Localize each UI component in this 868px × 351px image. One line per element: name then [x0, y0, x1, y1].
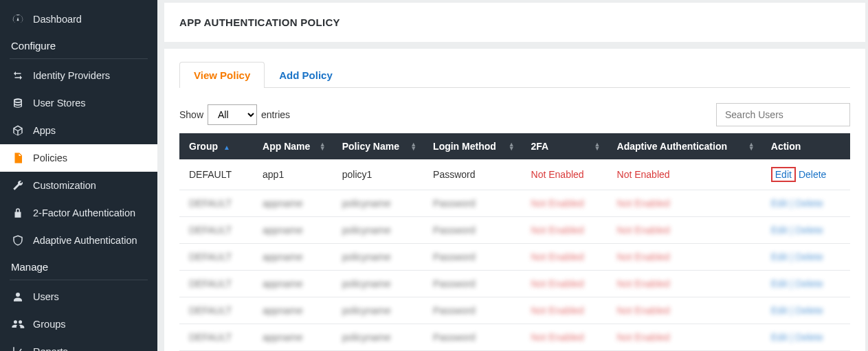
table-toolbar: Show All entries: [179, 103, 850, 126]
sort-arrows-icon: ▲▼: [320, 142, 326, 150]
entries-label: entries: [261, 109, 290, 120]
sort-arrows-icon: ▲▼: [410, 142, 416, 150]
tabs: View PolicyAdd Policy: [179, 61, 850, 88]
entries-select[interactable]: All: [208, 104, 257, 125]
sort-asc-icon: ▲: [223, 144, 230, 151]
page-header-block: APP AUTHENTICATION POLICY: [164, 3, 865, 42]
sidebar-item-user-stores[interactable]: User Stores: [0, 89, 157, 117]
cell-adaptive_auth: Not Enabled: [608, 159, 761, 190]
column-login_method[interactable]: Login Method▲▼: [423, 133, 521, 159]
sidebar-item-label: Policies: [33, 152, 67, 163]
column-app_name[interactable]: App Name▲▼: [253, 133, 333, 159]
wrench-icon: [11, 179, 25, 192]
sidebar-item-label: Identity Providers: [33, 70, 110, 81]
table-row-blurred: DEFAULTappnamepolicynamePasswordNot Enab…: [179, 324, 850, 351]
table-row: DEFAULTapp1policy1PasswordNot EnabledNot…: [179, 159, 850, 190]
database-icon: [11, 96, 25, 110]
table-row-blurred: DEFAULTappnamepolicynamePasswordNot Enab…: [179, 271, 850, 297]
sidebar-item-label: Users: [33, 291, 59, 302]
policies-table: Group▲App Name▲▼Policy Name▲▼Login Metho…: [179, 133, 850, 351]
cell-login_method: Password: [423, 159, 521, 190]
sidebar-item-label: 2-Factor Authentication: [33, 207, 135, 218]
cell-action: EditDelete: [761, 159, 850, 190]
cell-policy_name: policy1: [333, 159, 423, 190]
cell-app_name: app1: [253, 159, 333, 190]
column-policy_name[interactable]: Policy Name▲▼: [333, 133, 423, 159]
table-row-blurred: DEFAULTappnamepolicynamePasswordNot Enab…: [179, 217, 850, 244]
sidebar-item-groups[interactable]: Groups: [0, 310, 157, 338]
lock-icon: [11, 206, 25, 220]
sidebar-item-label: Apps: [33, 125, 56, 136]
sidebar-item-label: Groups: [33, 319, 66, 330]
sort-arrows-icon: ▲▼: [509, 142, 515, 150]
shield-icon: [11, 234, 25, 247]
sidebar-item-2-factor-authentication[interactable]: 2-Factor Authentication: [0, 199, 157, 227]
column-group[interactable]: Group▲: [179, 133, 253, 159]
sort-arrows-icon: ▲▼: [594, 142, 601, 150]
sidebar-section-header: Configure: [0, 33, 157, 57]
user-icon: [11, 290, 25, 304]
sidebar-item-label: Adaptive Authentication: [33, 235, 137, 246]
sidebar-item-users[interactable]: Users: [0, 283, 157, 310]
dashboard-icon: [11, 12, 25, 26]
sidebar-item-customization[interactable]: Customization: [0, 172, 157, 199]
sidebar-item-apps[interactable]: Apps: [0, 117, 157, 144]
sidebar-item-policies[interactable]: Policies: [0, 144, 157, 172]
sidebar-item-label: Dashboard: [33, 14, 82, 25]
main-content: APP AUTHENTICATION POLICY View PolicyAdd…: [157, 0, 868, 351]
sidebar-section-header: Manage: [0, 254, 157, 278]
content-block: View PolicyAdd Policy Show All entries G…: [164, 49, 865, 351]
sort-arrows-icon: ▲▼: [748, 142, 755, 150]
column-two_fa[interactable]: 2FA▲▼: [522, 133, 608, 159]
page-title: APP AUTHENTICATION POLICY: [179, 16, 850, 28]
sidebar: DashboardConfigureIdentity ProvidersUser…: [0, 0, 157, 351]
arrows-icon: [11, 69, 25, 82]
column-adaptive_auth[interactable]: Adaptive Authentication▲▼: [608, 133, 761, 159]
column-action[interactable]: Action: [761, 133, 850, 159]
edit-link[interactable]: Edit: [771, 167, 796, 182]
sidebar-item-label: User Stores: [33, 98, 86, 109]
sidebar-item-adaptive-authentication[interactable]: Adaptive Authentication: [0, 227, 157, 254]
cell-group: DEFAULT: [179, 159, 253, 190]
cell-two_fa: Not Enabled: [522, 159, 608, 190]
table-row-blurred: DEFAULTappnamepolicynamePasswordNot Enab…: [179, 297, 850, 324]
sidebar-item-label: Reports: [33, 346, 68, 351]
document-icon: [11, 151, 25, 165]
users-icon: [11, 317, 25, 331]
tab-view-policy[interactable]: View Policy: [179, 62, 265, 88]
show-label: Show: [179, 109, 203, 120]
chart-icon: [11, 345, 25, 351]
sidebar-item-reports[interactable]: Reports: [0, 338, 157, 351]
table-row-blurred: DEFAULTappnamepolicynamePasswordNot Enab…: [179, 244, 850, 271]
delete-link[interactable]: Delete: [799, 169, 826, 180]
sidebar-item-identity-providers[interactable]: Identity Providers: [0, 62, 157, 89]
sidebar-item-label: Customization: [33, 180, 96, 191]
tab-add-policy[interactable]: Add Policy: [265, 62, 347, 88]
box-icon: [11, 124, 25, 137]
table-row-blurred: DEFAULTappnamepolicynamePasswordNot Enab…: [179, 190, 850, 217]
search-input[interactable]: [716, 103, 850, 126]
sidebar-item-dashboard[interactable]: Dashboard: [0, 5, 157, 33]
